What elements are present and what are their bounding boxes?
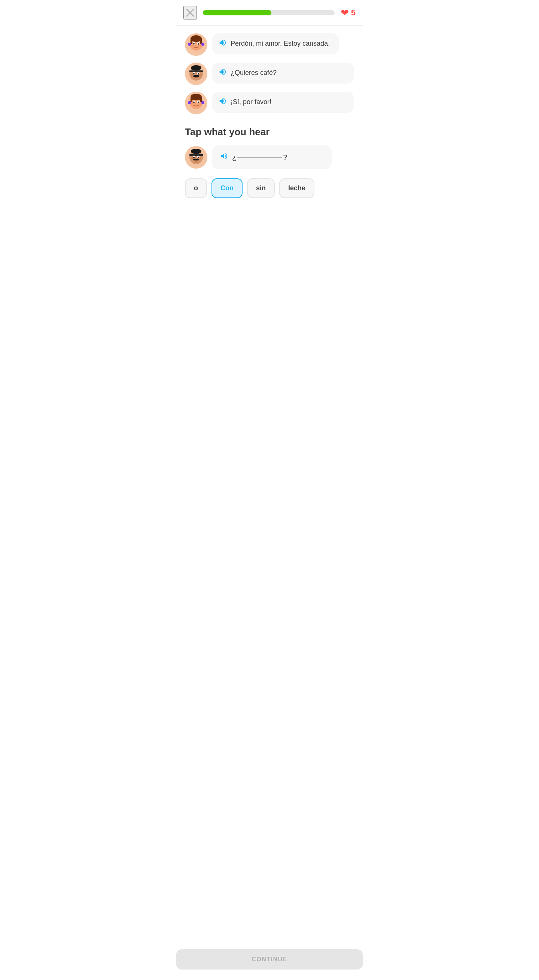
word-chip-sin[interactable]: sin <box>247 178 275 198</box>
dialogue-section: Perdón, mi amor. Estoy cansada. <box>185 33 354 114</box>
svg-point-13 <box>198 45 201 47</box>
word-chip-leche[interactable]: leche <box>279 178 314 198</box>
svg-point-24 <box>198 74 201 76</box>
word-choices: o Con sin leche <box>185 178 354 198</box>
svg-point-35 <box>191 103 194 105</box>
svg-point-34 <box>201 101 205 104</box>
svg-point-22 <box>195 75 199 77</box>
svg-point-15 <box>191 65 201 70</box>
continue-button[interactable]: CONTINUE <box>176 949 363 969</box>
task-title: Tap what you hear <box>185 126 354 138</box>
speech-bubble-2[interactable]: ¿Quieres café? <box>212 62 354 84</box>
heart-icon: ❤ <box>341 7 349 19</box>
task-section: Tap what you hear <box>185 126 354 198</box>
progress-bar-fill <box>203 10 271 15</box>
dialogue-text-1: Perdón, mi amor. Estoy cansada. <box>231 39 330 48</box>
svg-point-45 <box>195 159 199 161</box>
svg-point-46 <box>191 158 194 159</box>
sound-icon-3[interactable] <box>219 97 227 108</box>
svg-point-12 <box>191 45 194 47</box>
answer-blank <box>237 157 282 158</box>
avatar-woman-1 <box>185 33 208 56</box>
word-chip-o[interactable]: o <box>185 178 207 198</box>
svg-point-31 <box>193 102 195 103</box>
main-content: Perdón, mi amor. Estoy cansada. <box>176 26 363 252</box>
header: ❤ 5 <box>176 0 363 26</box>
svg-point-33 <box>188 101 191 104</box>
svg-rect-27 <box>190 97 192 102</box>
lives-count: 5 <box>351 8 355 18</box>
speech-bubble-1[interactable]: Perdón, mi amor. Estoy cansada. <box>212 33 339 54</box>
dialogue-row-1: Perdón, mi amor. Estoy cansada. <box>185 33 354 56</box>
sound-icon-listen[interactable] <box>220 152 228 162</box>
svg-rect-28 <box>200 97 202 102</box>
word-chip-con[interactable]: Con <box>211 178 243 198</box>
sound-icon-1[interactable] <box>219 38 227 49</box>
dialogue-row-3: ¡Sí, por favor! <box>185 92 354 114</box>
svg-rect-5 <box>200 38 202 44</box>
svg-point-10 <box>188 43 191 46</box>
listen-prompt: ¿? <box>232 153 287 162</box>
svg-point-11 <box>201 43 205 46</box>
svg-point-23 <box>191 74 194 76</box>
speech-bubble-3[interactable]: ¡Sí, por favor! <box>212 92 354 113</box>
dialogue-text-2: ¿Quieres café? <box>231 68 277 78</box>
dialogue-row-2: ¿Quieres café? <box>185 62 354 85</box>
dialogue-text-3: ¡Sí, por favor! <box>231 97 271 107</box>
svg-point-32 <box>198 102 199 103</box>
svg-point-38 <box>191 149 201 154</box>
listen-bubble[interactable]: ¿? <box>212 145 331 169</box>
svg-rect-16 <box>189 70 203 72</box>
svg-point-36 <box>198 103 201 105</box>
listen-row: ¿? <box>185 145 354 169</box>
progress-bar <box>203 10 334 15</box>
lives-container: ❤ 5 <box>341 7 355 19</box>
footer: CONTINUE <box>176 943 363 980</box>
svg-rect-39 <box>189 154 203 156</box>
close-button[interactable] <box>184 6 197 19</box>
sound-icon-2[interactable] <box>219 68 227 78</box>
svg-point-9 <box>198 43 199 45</box>
avatar-woman-2 <box>185 92 208 114</box>
avatar-man-1 <box>185 62 208 85</box>
svg-point-47 <box>198 158 201 159</box>
avatar-man-listen <box>185 146 208 169</box>
svg-point-8 <box>193 43 195 45</box>
svg-rect-4 <box>190 38 192 44</box>
